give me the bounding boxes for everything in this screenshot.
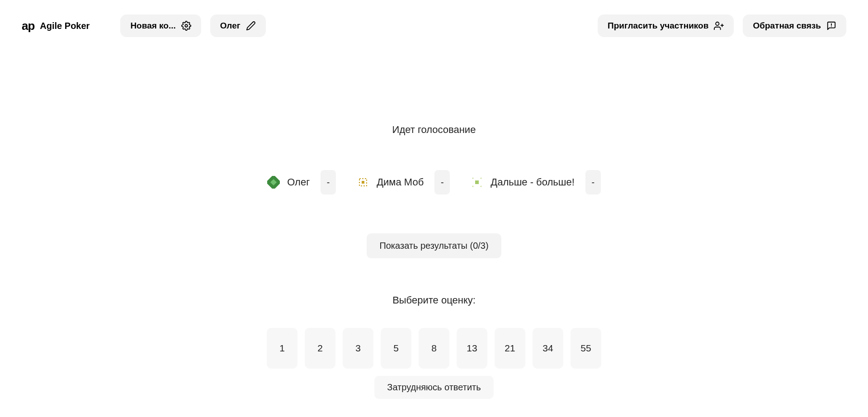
- invite-label: Пригласить участников: [608, 21, 708, 31]
- room-settings-button[interactable]: Новая ко...: [120, 14, 201, 37]
- svg-rect-10: [475, 180, 479, 184]
- participant: Дальше - больше! -: [471, 170, 601, 194]
- estimate-cards-row: 1 2 3 5 8 13 21 34 55: [267, 328, 601, 369]
- participant-name: Олег: [287, 176, 310, 188]
- feedback-label: Обратная связь: [753, 21, 821, 31]
- room-name-label: Новая ко...: [130, 21, 175, 31]
- user-plus-icon: [714, 21, 724, 31]
- estimate-card[interactable]: 21: [495, 328, 525, 369]
- estimate-card[interactable]: 34: [533, 328, 563, 369]
- participants-row: Олег - Дима Моб - Дальше - больше! -: [267, 170, 601, 194]
- estimate-card[interactable]: 1: [267, 328, 297, 369]
- avatar-icon: [471, 176, 483, 189]
- user-name-label: Олег: [220, 21, 241, 31]
- gear-icon: [181, 21, 191, 31]
- feedback-icon: [826, 21, 836, 31]
- voting-status-title: Идет голосование: [392, 124, 476, 136]
- svg-point-12: [481, 178, 482, 179]
- estimate-card[interactable]: 2: [305, 328, 335, 369]
- participant-name: Дима Моб: [377, 176, 424, 188]
- feedback-button[interactable]: Обратная связь: [743, 14, 846, 37]
- app-name: Agile Poker: [40, 21, 90, 31]
- main: Идет голосование Олег - Дима Моб - Дальш…: [0, 52, 868, 399]
- pencil-icon: [246, 21, 256, 31]
- hard-to-answer-button[interactable]: Затрудняюсь ответить: [374, 376, 493, 399]
- estimate-card[interactable]: 13: [457, 328, 487, 369]
- svg-point-14: [481, 186, 482, 187]
- svg-point-1: [716, 22, 719, 25]
- header: ap Agile Poker Новая ко... Олег Пригласи…: [0, 0, 868, 52]
- vote-chip: -: [434, 170, 450, 194]
- avatar-icon: [357, 176, 369, 189]
- estimate-card[interactable]: 3: [343, 328, 373, 369]
- svg-rect-9: [362, 181, 364, 184]
- estimate-card[interactable]: 55: [571, 328, 601, 369]
- participant-name: Дальше - больше!: [491, 176, 575, 188]
- estimate-card[interactable]: 5: [381, 328, 411, 369]
- vote-chip: -: [321, 170, 336, 194]
- estimate-card[interactable]: 8: [419, 328, 449, 369]
- svg-point-13: [472, 186, 474, 187]
- pick-estimate-title: Выберите оценку:: [392, 294, 476, 306]
- user-edit-button[interactable]: Олег: [210, 14, 266, 37]
- logo[interactable]: ap Agile Poker: [22, 19, 90, 33]
- svg-point-0: [185, 24, 188, 27]
- svg-point-11: [472, 178, 474, 179]
- avatar-icon: [267, 176, 280, 189]
- participant: Олег -: [267, 170, 336, 194]
- vote-chip: -: [585, 170, 601, 194]
- participant: Дима Моб -: [357, 170, 450, 194]
- invite-button[interactable]: Пригласить участников: [598, 14, 734, 37]
- logo-mark: ap: [22, 19, 34, 33]
- show-results-button[interactable]: Показать результаты (0/3): [367, 233, 501, 258]
